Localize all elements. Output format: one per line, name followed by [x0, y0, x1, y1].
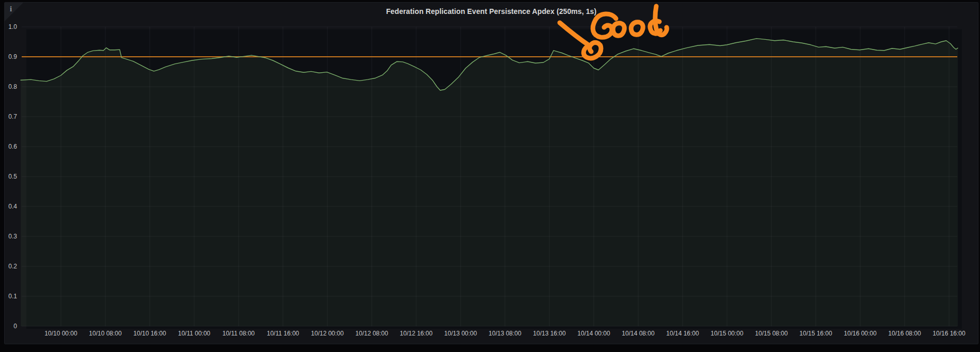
- page: { "panel": { "title": "Federation Replic…: [0, 0, 980, 352]
- plot-area-background: [26, 29, 962, 329]
- panel-title[interactable]: Federation Replication Event Persistence…: [5, 7, 978, 15]
- grafana-panel: i Federation Replication Event Persisten…: [4, 2, 978, 344]
